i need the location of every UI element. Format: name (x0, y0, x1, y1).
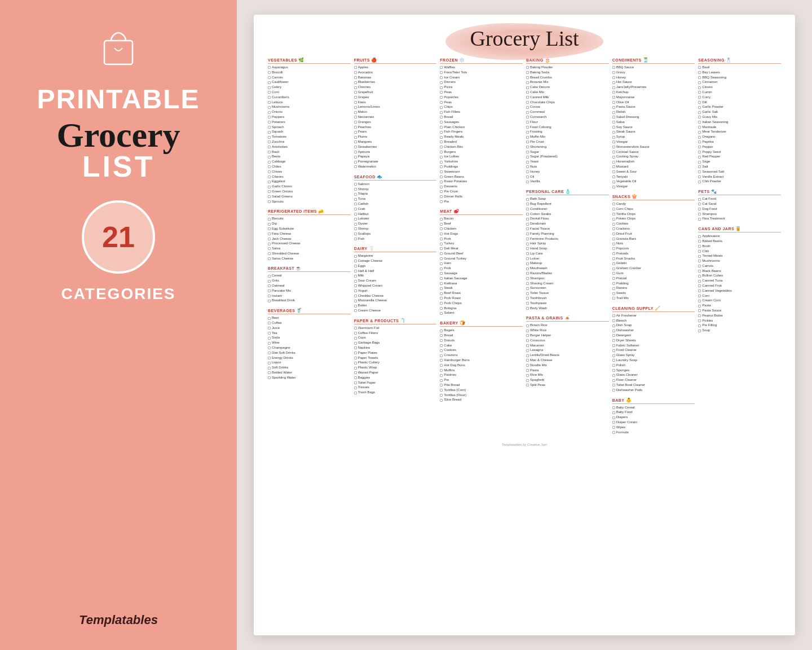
checkbox[interactable] (268, 126, 271, 129)
list-item: Jack Cheese (268, 237, 351, 241)
number: 21 (102, 222, 135, 252)
list-item: Couscous (526, 339, 609, 343)
list-item: Coffee Filters (354, 331, 437, 336)
list-item: Cloves (698, 85, 781, 90)
list-item: Popsicles (440, 95, 523, 100)
list-item: Mozzarella Cheese (354, 298, 437, 303)
list-item: Jam/Jelly/Preserves (612, 85, 695, 90)
checkbox[interactable] (268, 121, 271, 124)
list-item: Garbage Bags (354, 341, 437, 345)
checkbox[interactable] (268, 161, 271, 164)
list-item: Bacon (440, 217, 523, 221)
list-item: Mouthwash (526, 266, 609, 271)
list-item: Razors/Blades (526, 271, 609, 276)
checkbox[interactable] (268, 181, 271, 183)
checkbox[interactable] (268, 156, 271, 159)
checkbox[interactable] (268, 66, 271, 69)
checkbox[interactable] (268, 136, 271, 139)
checkbox[interactable] (268, 101, 271, 104)
list-item: Scallops (354, 232, 437, 236)
checkbox[interactable] (268, 106, 271, 109)
checkbox[interactable] (268, 195, 271, 198)
list-item: White Rice (526, 328, 609, 333)
list-item: Chili (698, 249, 781, 254)
list-item: Seasoned Salt (698, 170, 781, 174)
list-item: Pancake Mix (268, 289, 351, 293)
list-item: Fish Fingers (440, 130, 523, 134)
checkbox[interactable] (268, 200, 271, 203)
list-item: Dish Soap (612, 323, 695, 328)
personal-care-title: PERSONAL CARE 🧴 (526, 189, 609, 195)
condiments-items: BBQ Sauce Gravy Honey Hot Sauce Jam/Jell… (612, 65, 695, 189)
list-item: Deli Meat (440, 247, 523, 251)
list-item: Halibut (354, 212, 437, 217)
brand-label: Templatables (79, 613, 158, 627)
list-item: Shrimp (354, 187, 437, 192)
checkbox[interactable] (268, 86, 271, 89)
list-item: Bread Crumbs (526, 76, 609, 80)
list-item: Garlic Cloves (268, 185, 351, 189)
checkbox[interactable] (268, 186, 271, 188)
breakfast-items: Cereal Grits Oatmeal Pancake Mix Instant… (268, 274, 351, 303)
list-item: Hair Spray (526, 241, 609, 246)
list-item: Apples (354, 65, 437, 70)
list-item: Trash Bags (354, 390, 437, 395)
checkbox[interactable] (268, 131, 271, 134)
list-item: Juice (268, 326, 351, 331)
cleaning-title: Cleaning Supply 🧹 (612, 306, 695, 312)
list-item: Melon (354, 110, 437, 115)
list-item: BBQ Seasoning (698, 76, 781, 80)
checkbox[interactable] (268, 175, 271, 178)
list-item: Pretzel (612, 276, 695, 281)
list-item: Breakfast Drink (268, 298, 351, 303)
checkbox[interactable] (268, 96, 271, 99)
list-item: Pita Bread (440, 383, 523, 388)
checkbox[interactable] (268, 140, 271, 143)
list-item: Wipes (612, 425, 695, 430)
list-item: Cake Mix (526, 90, 609, 95)
list-item: Dinner Rolls (440, 195, 523, 199)
list-item: Sage (698, 160, 781, 164)
checkbox[interactable] (268, 116, 271, 118)
list-item: Cilantro (268, 175, 351, 179)
list-item: Chicken (440, 227, 523, 231)
checkbox[interactable] (268, 170, 271, 173)
list-item: Teriyaki (612, 175, 695, 179)
beverages-title: BEVERAGES 🥤 (268, 308, 351, 314)
list-label: LIST (82, 150, 155, 183)
list-item: Split Peas (526, 383, 609, 388)
list-item: Ready Meals (440, 135, 523, 139)
checkbox[interactable] (268, 111, 271, 114)
checkbox[interactable] (268, 165, 271, 168)
column-6: SEASONING 🧂 Basil Bay Leaves BBQ Seasoni… (698, 58, 781, 440)
list-item: Bread (440, 333, 523, 338)
list-item: Tuna (354, 197, 437, 201)
list-item: Cream Corn (698, 298, 781, 303)
snacks-title: SNACKS 🍿 (612, 194, 695, 200)
list-item: Dog Food (698, 207, 781, 212)
checkbox[interactable] (268, 91, 271, 94)
snacks-block: SNACKS 🍿 Candy Corn Chips Tortilla Chips… (612, 194, 695, 301)
list-item: Pork (440, 266, 523, 271)
checkbox[interactable] (268, 71, 271, 74)
checkbox[interactable] (268, 81, 271, 84)
checkbox[interactable] (268, 146, 271, 148)
list-item: Glass Cleaner (612, 373, 695, 377)
list-item: Flour (526, 120, 609, 125)
list-item: Cheddar Cheese (354, 294, 437, 298)
checkbox[interactable] (268, 76, 271, 79)
list-item: Hand Soap (526, 247, 609, 251)
list-item: Lobster (354, 217, 437, 221)
checkbox[interactable] (268, 190, 271, 193)
list-item: Plums (354, 135, 437, 139)
list-item: Tortilla Chips (612, 212, 695, 217)
list-item: Corn (698, 294, 781, 298)
list-item: Honey (526, 170, 609, 174)
checkbox[interactable] (268, 151, 271, 153)
list-item: Muffin Mix (526, 135, 609, 139)
list-item: Nuts (526, 165, 609, 169)
list-item: Graham Cracker (612, 266, 695, 271)
list-item: Bleach (612, 319, 695, 323)
doc-title: Grocery List (268, 26, 781, 51)
list-item: Shampoo (698, 212, 781, 217)
